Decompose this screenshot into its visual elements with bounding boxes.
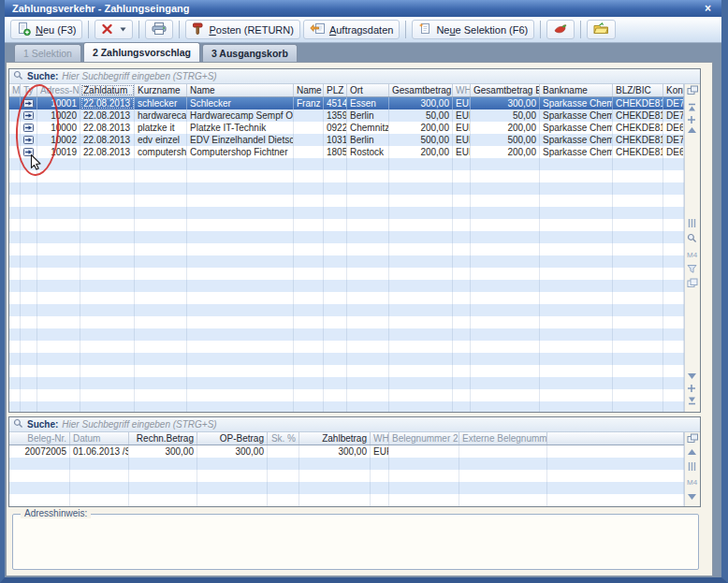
- delete-button[interactable]: [95, 20, 133, 39]
- column-chooser-icon[interactable]: [687, 85, 699, 95]
- column-header-sk[interactable]: Sk. %: [268, 432, 299, 445]
- cell-ty: [21, 243, 37, 255]
- scroll-down-icon[interactable]: [687, 493, 697, 501]
- cell-name: [187, 255, 294, 268]
- column-header-op[interactable]: OP-Betrag: [197, 432, 268, 445]
- post-button[interactable]: Posten (RETURN): [185, 20, 299, 39]
- table-row-empty[interactable]: [9, 243, 700, 255]
- table-row-empty[interactable]: [9, 182, 700, 195]
- cell-ort: [347, 292, 389, 304]
- table-row[interactable]: 1000022.08.2013platzke itPlatzke IT-Tech…: [9, 122, 700, 134]
- cell-amt: 300,00: [389, 97, 453, 109]
- format-icon[interactable]: M4: [687, 476, 699, 486]
- table-row-empty[interactable]: [9, 292, 700, 304]
- column-header-amt[interactable]: Gesamtbetrag: [389, 84, 453, 96]
- table-row-empty[interactable]: [9, 328, 700, 341]
- column-header-name2[interactable]: Name 2: [294, 84, 324, 96]
- tab-zahlungsvorschlag[interactable]: 2 Zahlungsvorschlag: [83, 42, 200, 62]
- table-row-empty[interactable]: [9, 389, 700, 401]
- scroll-up-icon[interactable]: [687, 126, 697, 134]
- scroll-down-icon[interactable]: [687, 372, 697, 380]
- table-row-empty[interactable]: [9, 470, 700, 482]
- close-button[interactable]: ×: [702, 3, 714, 14]
- search-bar[interactable]: Suche: Hier Suchbegriff eingeben (STRG+S…: [9, 69, 700, 84]
- table-row[interactable]: 1000222.08.2013edv einzelEDV Einzelhande…: [9, 134, 700, 146]
- cell-amteur: [471, 316, 540, 328]
- table-row-empty[interactable]: [9, 231, 700, 243]
- tab-ausgangskorb[interactable]: 3 Ausgangskorb: [202, 44, 298, 62]
- table-row-empty[interactable]: [9, 482, 700, 494]
- table-row-empty[interactable]: [9, 353, 700, 365]
- column-header-m[interactable]: M: [9, 84, 21, 96]
- go-last-icon[interactable]: [687, 396, 697, 405]
- column-header-beleg2[interactable]: Belegnummer 2: [389, 432, 459, 445]
- order-data-button[interactable]: Auftragsdaten: [303, 20, 400, 39]
- column-header-date[interactable]: Zahldatum: [80, 84, 135, 96]
- table-row-empty[interactable]: [9, 170, 700, 182]
- cell-bank: [540, 207, 613, 219]
- table-row-empty[interactable]: [9, 316, 700, 328]
- transfer-button[interactable]: [546, 20, 575, 39]
- column-header-adr[interactable]: Adress-Nr.: [37, 84, 80, 96]
- add-row-icon[interactable]: [687, 115, 696, 124]
- grid-search-icon[interactable]: [687, 233, 697, 243]
- column-header-whr[interactable]: WHR: [453, 84, 471, 96]
- table-row-empty[interactable]: [9, 207, 700, 219]
- columns-icon[interactable]: [687, 218, 697, 228]
- cell-plz: 10319: [324, 134, 347, 146]
- scroll-up-icon[interactable]: [687, 448, 697, 456]
- table-row-empty[interactable]: [9, 458, 700, 470]
- new-selection-button[interactable]: Neue Selektion (F6): [412, 20, 534, 39]
- print-button[interactable]: [145, 20, 173, 39]
- column-header-kurz[interactable]: Kurzname: [135, 84, 187, 96]
- column-header-whr[interactable]: WHR: [371, 432, 389, 445]
- cell-konto: [663, 316, 684, 328]
- column-header-bank[interactable]: Bankname: [540, 84, 613, 96]
- column-header-zahl[interactable]: Zahlbetrag: [299, 432, 371, 445]
- table-row[interactable]: 1001922.08.2013computershComputershop Fi…: [9, 146, 700, 158]
- column-header-beleg[interactable]: Beleg-Nr.: [9, 432, 70, 445]
- go-first-icon[interactable]: [687, 103, 697, 112]
- table-row-empty[interactable]: [9, 195, 700, 207]
- table-row-empty[interactable]: [9, 158, 700, 170]
- table-row-empty[interactable]: [9, 494, 700, 506]
- columns-icon[interactable]: [687, 461, 697, 472]
- column-header-fill[interactable]: [547, 432, 684, 445]
- add-row-icon[interactable]: [687, 384, 696, 393]
- table-row-empty[interactable]: [9, 255, 700, 268]
- search-bar[interactable]: Suche: Hier Suchbegriff eingeben (STRG+S…: [9, 417, 700, 432]
- column-chooser-icon[interactable]: [687, 433, 699, 444]
- cell-name2: [294, 122, 324, 134]
- format-icon[interactable]: M4: [687, 249, 699, 258]
- column-header-ty[interactable]: Ty: [21, 84, 37, 96]
- table-row[interactable]: 2007200501.06.2013 /Sa300,00300,00300,00…: [9, 445, 700, 458]
- filter-icon[interactable]: [687, 264, 697, 273]
- table-row-empty[interactable]: [9, 219, 700, 231]
- column-header-name[interactable]: Name: [187, 84, 294, 96]
- table-row-empty[interactable]: [9, 341, 700, 353]
- table-row[interactable]: 1000122.08.2013schleckerSchleckerFranz45…: [9, 97, 700, 109]
- cell-adr: 10002: [37, 134, 80, 146]
- table-row-empty[interactable]: [9, 268, 700, 280]
- column-header-amteur[interactable]: Gesamtbetrag Euro: [471, 84, 540, 96]
- column-header-datum[interactable]: Datum: [70, 432, 129, 445]
- column-header-plz[interactable]: PLZ: [324, 84, 347, 96]
- column-header-blz[interactable]: BLZ/BIC: [613, 84, 663, 96]
- column-header-ort[interactable]: Ort: [347, 84, 389, 96]
- table-row-empty[interactable]: [9, 365, 700, 377]
- table-row-empty[interactable]: [9, 280, 700, 292]
- cell-konto: [663, 341, 684, 353]
- tab-selektion[interactable]: 1 Selektion: [14, 44, 81, 62]
- column-header-rech[interactable]: Rechn.Betrag: [129, 432, 197, 445]
- copy-icon[interactable]: [687, 278, 698, 288]
- table-row[interactable]: 1002022.08.2013hardwarecaHardwarecamp Se…: [9, 109, 700, 122]
- cell-adr: [37, 292, 80, 304]
- new-button[interactable]: Neu (F3): [10, 20, 82, 39]
- table-row-empty[interactable]: [9, 401, 700, 413]
- table-row-empty[interactable]: [9, 304, 700, 316]
- column-header-konto[interactable]: Konto: [663, 84, 684, 96]
- open-folder-button[interactable]: [587, 20, 616, 39]
- table-row-empty[interactable]: [9, 377, 700, 389]
- cell-sk: [268, 458, 299, 470]
- column-header-ext[interactable]: Externe Belegnummer: [459, 432, 547, 445]
